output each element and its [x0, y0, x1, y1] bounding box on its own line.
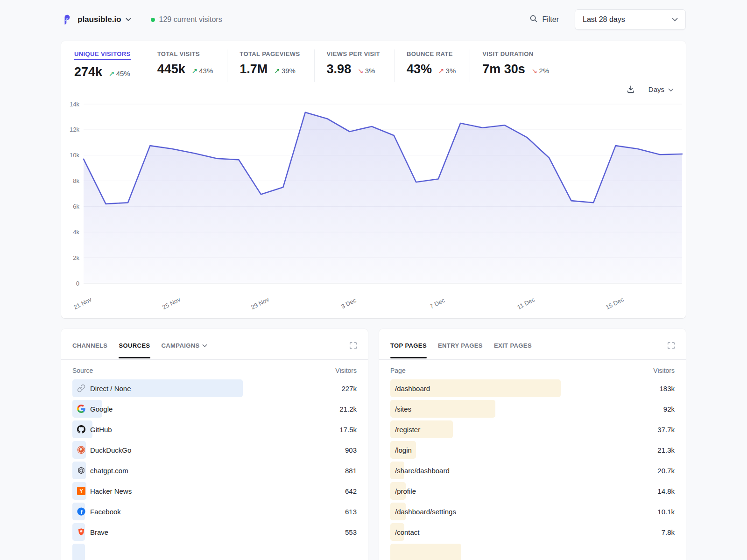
row-visitors: 903	[345, 446, 357, 454]
pages-rows: /dashboard183k/sites92k/register37.7k/lo…	[379, 378, 686, 560]
source-row[interactable]: Direct / None227k	[72, 378, 357, 399]
stat-value: 43%	[407, 62, 432, 77]
interval-picker[interactable]: Days	[648, 85, 674, 93]
expand-icon[interactable]	[667, 341, 676, 352]
stat-total-pageviews[interactable]: TOTAL PAGEVIEWS1.7M↗39%	[227, 49, 314, 82]
svg-text:10k: 10k	[70, 152, 79, 159]
search-icon	[529, 14, 538, 25]
row-label: DuckDuckGo	[72, 446, 131, 454]
source-row[interactable]: chatgpt.com881	[72, 460, 357, 481]
expand-icon[interactable]	[349, 341, 358, 352]
page-row[interactable]: /sites92k	[390, 399, 675, 419]
tab-sources[interactable]: SOURCES	[119, 342, 150, 357]
stat-label: BOUNCE RATE	[407, 50, 456, 57]
stat-views-per-visit[interactable]: VIEWS PER VISIT3.98↘3%	[314, 49, 394, 82]
source-row[interactable]: Google21.2k	[72, 399, 357, 419]
trend-down-arrow-icon: ↘	[358, 67, 364, 75]
row-label: Direct / None	[72, 384, 131, 392]
stat-value: 3.98	[327, 62, 352, 77]
stat-visit-duration[interactable]: VISIT DURATION7m 30s↘2%	[470, 49, 563, 82]
brave-icon	[77, 528, 85, 536]
page-row[interactable]: /dashboard/settings10.1k	[390, 501, 675, 522]
trend-up-arrow-icon: ↗	[438, 67, 444, 75]
stat-change: ↗43%	[192, 67, 213, 75]
tab-channels[interactable]: CHANNELS	[72, 342, 107, 357]
filter-label: Filter	[542, 15, 559, 24]
stat-change: ↘2%	[532, 67, 549, 75]
stat-change: ↘3%	[358, 67, 375, 75]
sources-rows: Direct / None227kGoogle21.2kGitHub17.5kD…	[61, 378, 368, 560]
top-bar: plausible.io 129 current visitors Filter…	[61, 9, 686, 30]
chevron-down-icon	[672, 15, 678, 24]
svg-text:0: 0	[76, 280, 79, 287]
sources-panel: CHANNELSSOURCESCAMPAIGNS Source Visitors…	[61, 329, 368, 560]
row-bar	[72, 544, 85, 560]
row-visitors: 227k	[341, 385, 357, 392]
source-row[interactable]: Brave553	[72, 522, 357, 542]
page-row[interactable]: /register37.7k	[390, 419, 675, 440]
sources-col-name: Source	[72, 367, 93, 374]
download-icon[interactable]	[626, 84, 635, 94]
facebook-icon: f	[77, 507, 85, 516]
svg-text:11 Dec: 11 Dec	[516, 296, 536, 311]
row-visitors: 92k	[663, 405, 675, 413]
source-row[interactable]: fFacebook613	[72, 501, 357, 522]
svg-text:14k: 14k	[70, 101, 79, 108]
row-visitors: 642	[345, 487, 357, 495]
page-row[interactable]: /contact7.8k	[390, 522, 675, 542]
hackernews-icon: Y	[77, 487, 85, 495]
github-icon	[77, 425, 85, 434]
page-row[interactable]: /share/dashboard20.7k	[390, 460, 675, 481]
tab-exit-pages[interactable]: EXIT PAGES	[494, 342, 532, 357]
svg-text:21 Nov: 21 Nov	[72, 296, 93, 311]
row-label: /login	[390, 446, 412, 454]
google-icon	[77, 405, 85, 413]
row-visitors: 20.7k	[657, 467, 675, 475]
stat-bounce-rate[interactable]: BOUNCE RATE43%↗3%	[394, 49, 470, 82]
svg-text:3 Dec: 3 Dec	[340, 296, 358, 310]
svg-text:f: f	[81, 509, 83, 515]
interval-label: Days	[648, 85, 664, 93]
tab-campaigns[interactable]: CAMPAIGNS	[162, 342, 207, 357]
row-visitors: 14.8k	[657, 487, 675, 495]
source-row[interactable]: YHacker News642	[72, 481, 357, 501]
svg-text:29 Nov: 29 Nov	[250, 296, 270, 311]
sources-tabs: CHANNELSSOURCESCAMPAIGNS	[61, 329, 368, 360]
stat-total-visits[interactable]: TOTAL VISITS445k↗43%	[145, 49, 227, 82]
plausible-logo-icon	[61, 14, 73, 26]
stat-change: ↗45%	[109, 70, 130, 78]
site-switcher[interactable]: plausible.io	[61, 14, 131, 26]
row-visitors: 21.3k	[657, 446, 675, 454]
row-label: Brave	[72, 528, 108, 536]
row-label: /profile	[390, 487, 416, 495]
source-row[interactable]: DuckDuckGo903	[72, 440, 357, 460]
date-range-picker[interactable]: Last 28 days	[575, 9, 686, 30]
svg-text:8k: 8k	[73, 177, 79, 184]
pages-col-value: Visitors	[653, 367, 675, 374]
stat-unique-visitors[interactable]: UNIQUE VISITORS274k↗45%	[74, 49, 145, 82]
row-label: GitHub	[72, 425, 112, 434]
current-visitors-label: 129 current visitors	[159, 15, 222, 24]
row-label: YHacker News	[72, 487, 132, 495]
page-row[interactable]: /profile14.8k	[390, 481, 675, 501]
source-row[interactable]: GitHub17.5k	[72, 419, 357, 440]
stat-label: UNIQUE VISITORS	[74, 50, 131, 60]
link-icon	[77, 384, 85, 392]
current-visitors[interactable]: 129 current visitors	[151, 15, 222, 24]
site-name: plausible.io	[78, 15, 121, 24]
tab-entry-pages[interactable]: ENTRY PAGES	[438, 342, 483, 357]
svg-text:Y: Y	[79, 488, 83, 494]
stat-label: VISIT DURATION	[482, 50, 549, 57]
row-visitors: 613	[345, 508, 357, 516]
tab-top-pages[interactable]: TOP PAGES	[390, 342, 427, 357]
row-visitors: 17.5k	[339, 426, 357, 434]
page-row[interactable]: /login21.3k	[390, 440, 675, 460]
page-row-partial	[390, 542, 675, 560]
stat-value: 274k	[74, 65, 102, 79]
pages-panel: TOP PAGESENTRY PAGESEXIT PAGES Page Visi…	[379, 329, 686, 560]
row-visitors: 881	[345, 467, 357, 475]
trend-up-arrow-icon: ↗	[109, 70, 115, 77]
page-row[interactable]: /dashboard183k	[390, 378, 675, 399]
svg-text:4k: 4k	[73, 229, 79, 236]
filter-button[interactable]: Filter	[529, 14, 559, 25]
